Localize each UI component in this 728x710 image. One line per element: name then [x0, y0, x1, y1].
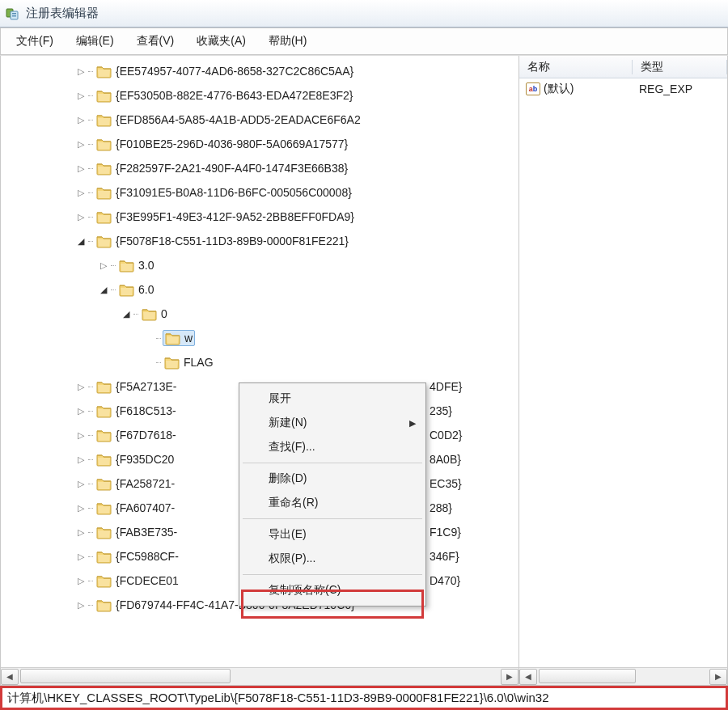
scroll-right-button[interactable]: ▶	[709, 669, 727, 685]
scroll-left-button[interactable]: ◀	[1, 669, 19, 685]
tree-node[interactable]: ▷ {F010BE25-296D-4036-980F-5A0669A17577}	[1, 132, 518, 156]
tree-node-label: {FC5988CF-	[116, 550, 179, 563]
folder-icon	[142, 306, 158, 321]
tree-node-label-tail: 235}	[430, 404, 452, 417]
folder-icon	[96, 88, 112, 103]
string-value-icon: ab	[526, 82, 540, 95]
expand-open-icon[interactable]: ◢	[98, 284, 109, 295]
folder-icon	[96, 185, 112, 200]
col-header-name[interactable]: 名称	[519, 60, 633, 74]
tree-node[interactable]: ◢ {F5078F18-C551-11D3-89B9-0000F81FE221}	[1, 229, 518, 253]
tree-node-label-tail: 4DFE}	[430, 380, 462, 393]
expand-closed-icon[interactable]: ▷	[75, 381, 87, 392]
folder-icon	[96, 428, 112, 442]
tree-node-label-tail: F1C9}	[430, 526, 461, 539]
menu-favorites[interactable]: 收藏夹(A)	[186, 30, 256, 53]
folder-icon	[96, 598, 112, 612]
ctx-permissions[interactable]: 权限(P)...	[241, 547, 424, 571]
ctx-copy-key-name[interactable]: 复制项名称(C)	[241, 578, 424, 602]
tree-node-label: {FA607407-	[116, 501, 175, 514]
context-menu: 展开 新建(N) ▶ 查找(F)... 删除(D) 重命名(R) 导出(E) 权…	[239, 382, 426, 606]
tree-node-label: 3.0	[138, 259, 154, 272]
tree-node[interactable]: ▷ {EF53050B-882E-4776-B643-EDA472E8E3F2}	[1, 83, 518, 108]
window-title: 注册表编辑器	[26, 6, 99, 21]
expand-closed-icon[interactable]: ▷	[75, 211, 87, 222]
tree-node[interactable]: FLAG	[1, 350, 518, 374]
expand-closed-icon[interactable]: ▷	[75, 405, 87, 416]
expand-open-icon[interactable]: ◢	[121, 308, 132, 319]
col-header-type[interactable]: 类型	[633, 60, 727, 74]
expand-closed-icon[interactable]: ▷	[75, 90, 87, 101]
folder-icon	[96, 209, 112, 224]
expand-closed-icon[interactable]: ▷	[75, 138, 87, 150]
menu-file[interactable]: 文件(F)	[6, 30, 64, 53]
tree-node-label: {F5078F18-C551-11D3-89B9-0000F81FE221}	[116, 235, 349, 247]
expand-closed-icon[interactable]: ▷	[75, 502, 87, 513]
tree-node-label-tail: 8A0B}	[430, 453, 461, 466]
tree-hscroll-track[interactable]	[20, 669, 499, 685]
folder-icon	[164, 355, 180, 370]
tree-node-label: {F67D7618-	[116, 429, 176, 442]
folder-icon	[96, 404, 112, 418]
tree-node-label: {F31091E5-B0A8-11D6-B6FC-005056C00008}	[116, 186, 352, 199]
ctx-expand[interactable]: 展开	[241, 387, 424, 411]
expand-closed-icon[interactable]: ▷	[75, 187, 87, 198]
expand-closed-icon[interactable]: ▷	[75, 66, 87, 77]
tree-node[interactable]: ◢ 0	[1, 302, 518, 326]
expand-closed-icon[interactable]: ▷	[75, 551, 87, 562]
tree-node[interactable]: ▷ {F282597F-2A21-490F-A4F0-1474F3E66B38}	[1, 156, 518, 180]
menu-edit[interactable]: 编辑(E)	[66, 30, 125, 53]
title-bar: 注册表编辑器	[0, 0, 728, 27]
folder-icon	[96, 476, 112, 491]
tree-hscrollbar[interactable]: ◀ ▶	[1, 667, 518, 685]
expand-closed-icon[interactable]: ▷	[75, 429, 87, 441]
menu-help[interactable]: 帮助(H)	[258, 30, 317, 53]
expand-open-icon[interactable]: ◢	[75, 235, 87, 247]
tree-node-label-tail: EC35}	[430, 477, 462, 490]
folder-icon	[96, 501, 112, 515]
ctx-separator-3	[243, 574, 422, 575]
folder-icon	[96, 573, 112, 588]
tree-node[interactable]: ▷ {F31091E5-B0A8-11D6-B6FC-005056C00008}	[1, 180, 518, 205]
ctx-find[interactable]: 查找(F)...	[241, 435, 424, 459]
tree-pane: ▷ {EE574957-4077-4AD6-8658-327C2C86C5AA}…	[0, 56, 519, 686]
tree-node[interactable]: ▷ {EE574957-4077-4AD6-8658-327C2C86C5AA}	[1, 59, 518, 83]
expand-closed-icon[interactable]: ▷	[75, 114, 87, 125]
ctx-new[interactable]: 新建(N) ▶	[241, 411, 424, 435]
tree-node-label: {F3E995F1-49E3-412F-9A52-2BB8EFF0FDA9}	[116, 210, 354, 223]
ctx-export[interactable]: 导出(E)	[241, 522, 424, 547]
folder-icon	[96, 452, 112, 467]
list-row[interactable]: ab (默认) REG_EXP	[519, 78, 727, 99]
tree-node[interactable]: ▷ {F3E995F1-49E3-412F-9A52-2BB8EFF0FDA9}	[1, 205, 518, 229]
ctx-delete[interactable]: 删除(D)	[241, 467, 424, 491]
menu-view[interactable]: 查看(V)	[126, 30, 185, 53]
list-hscrollbar[interactable]: ◀ ▶	[519, 667, 727, 685]
scroll-left-button[interactable]: ◀	[519, 669, 537, 685]
folder-icon	[96, 525, 112, 539]
expand-closed-icon[interactable]: ▷	[75, 478, 87, 489]
tree-node[interactable]: ▷ 3.0	[1, 253, 518, 277]
expand-closed-icon[interactable]: ▷	[75, 599, 87, 611]
ctx-separator-2	[243, 518, 422, 519]
tree-node-label: {EF53050B-882E-4776-B643-EDA472E8E3F2}	[116, 89, 353, 102]
expand-closed-icon[interactable]: ▷	[75, 526, 87, 538]
list-hscroll-thumb[interactable]	[539, 669, 636, 683]
expand-closed-icon[interactable]: ▷	[75, 575, 87, 586]
svg-rect-3	[12, 15, 16, 17]
list-pane: 名称 类型 ab (默认) REG_EXP ◀ ▶	[519, 56, 728, 686]
scroll-right-button[interactable]: ▶	[501, 669, 518, 685]
tree-node[interactable]: ◢ 6.0	[1, 277, 518, 302]
expand-closed-icon[interactable]: ▷	[75, 454, 87, 465]
tree-node-label: {FCDECE01	[116, 574, 179, 587]
folder-icon	[96, 549, 112, 564]
ctx-rename[interactable]: 重命名(R)	[241, 491, 424, 515]
tree-node[interactable]: w	[1, 326, 518, 350]
folder-icon	[119, 282, 135, 297]
expand-closed-icon[interactable]: ▷	[75, 163, 87, 174]
folder-icon	[96, 64, 112, 78]
tree-node[interactable]: ▷ {EFD856A4-5A85-4A1B-ADD5-2EADACE6F6A2	[1, 108, 518, 132]
folder-icon	[96, 137, 112, 151]
list-hscroll-track[interactable]	[539, 669, 708, 685]
tree-hscroll-thumb[interactable]	[20, 669, 231, 683]
expand-closed-icon[interactable]: ▷	[98, 260, 109, 271]
